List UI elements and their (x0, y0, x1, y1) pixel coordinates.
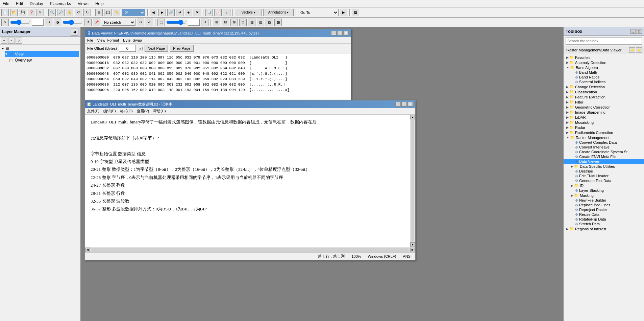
np-menu-format[interactable]: 格式(O) (120, 109, 133, 114)
data-viewer-close-btn[interactable]: ✕ (343, 31, 349, 36)
next-page-btn[interactable]: Next Page (145, 45, 168, 52)
tool6-btn[interactable]: ▧ (257, 19, 264, 26)
opacity-value[interactable]: 50 (188, 19, 200, 26)
np-menu-edit[interactable]: 编辑(E) (103, 109, 116, 114)
notepad-titlebar[interactable]: 📝 Landsat8_OLI_multi_binary数据说明.txt - 记事… (85, 100, 415, 108)
rotate-right-btn[interactable]: ↻ (83, 9, 91, 16)
contrast-slider[interactable] (63, 20, 83, 25)
zoom-fit-btn[interactable]: ⊞ (95, 9, 103, 16)
tool2-btn[interactable]: ⊟ (222, 19, 229, 26)
new-file-btn[interactable]: 📄 (1, 9, 9, 16)
layer-add-btn[interactable]: + (1, 38, 7, 44)
toolbox-tree-item-idl[interactable]: ▶📁IDL (564, 183, 644, 188)
hscroll-track[interactable] (91, 248, 409, 252)
profile-btn[interactable]: 📈 (214, 9, 222, 16)
notepad-content[interactable]: Landsat8_OLI_multi_binary存储了一幅封装式遥感图像，该数… (85, 115, 410, 247)
toolbox-tree-item-data-viewer[interactable]: ⚙Data Viewer (564, 159, 644, 164)
tool5-btn[interactable]: ▦ (248, 19, 255, 26)
toolbox-path-up-btn[interactable]: ⭐ (629, 47, 635, 53)
toolbox-tree-item-regions-of-interest[interactable]: ▶📁Regions of Interest (564, 226, 644, 231)
toolbox-tree-item-feature-extraction[interactable]: ▶📁Feature Extraction (564, 94, 644, 99)
refresh2-btn[interactable]: ↺ (84, 19, 92, 26)
menu-help[interactable]: Help (94, 1, 105, 7)
toolbox-tree-item-anomaly-detection[interactable]: ▶📁Anomaly Detection (564, 60, 644, 65)
brightness-value[interactable]: 20 (32, 19, 44, 26)
toolbox-tree-item-radar[interactable]: ▶📁Radar (564, 125, 644, 130)
toolbox-path-star-btn[interactable]: ⭐ (636, 47, 642, 53)
toolbox-tree-item-band-algebra[interactable]: ▼📁Band Algebra (564, 65, 644, 70)
spectrum-btn[interactable]: 📊 (205, 9, 213, 16)
toolbox-tree-item-spectral-indices[interactable]: ⚙Spectral Indices (564, 79, 644, 84)
tool4-btn[interactable]: ⊡ (239, 19, 247, 26)
hscroll-left-btn[interactable]: ◀ (85, 248, 90, 252)
rotate-left-btn[interactable]: ↺ (75, 9, 82, 16)
link-btn[interactable]: 🔗 (167, 9, 175, 16)
data-viewer-maximize-btn[interactable]: □ (337, 31, 343, 36)
toolbox-tree-item-generate-test-data[interactable]: ⚙Generate Test Data (564, 178, 644, 183)
vscroll-track[interactable] (411, 120, 414, 242)
toolbox-tree-item-replace-bad-lines[interactable]: ⚙Replace Bad Lines (564, 203, 644, 207)
menu-edit[interactable]: Edit (15, 1, 24, 7)
np-menu-file[interactable]: 文件(F) (87, 109, 99, 114)
toolbox-tree-item-reproject-raster[interactable]: ⚙Reproject Raster (564, 207, 644, 212)
pin-btn[interactable]: 📌 (93, 19, 100, 26)
cursor-btn[interactable]: ↖ (36, 9, 44, 16)
refresh1-btn[interactable]: ↺ (45, 19, 52, 26)
toolbox-tree-item-masking[interactable]: ▶📁Masking (564, 193, 644, 198)
toolbox-tree-item-favorites[interactable]: ▶📁Favorites (564, 55, 644, 60)
tool3-btn[interactable]: ⊠ (230, 19, 238, 26)
prev-view-btn[interactable]: ◀ (150, 9, 157, 16)
tool8-btn[interactable]: ▩ (274, 19, 282, 26)
stretch-apply-btn[interactable]: ✔ (146, 19, 153, 26)
mark-btn[interactable]: ◈ (185, 9, 192, 16)
toolbox-tree-item-edit-envi-header[interactable]: ⚙Edit ENVI Header (564, 174, 644, 178)
layer-root-collapse[interactable]: ▼ (1, 47, 4, 50)
zoom-in-btn[interactable]: 🔍 (48, 9, 56, 16)
data-viewer-titlebar[interactable]: 🗄 Data Viewer: F:\ENVI5.3\RemoteSensing\… (85, 29, 351, 37)
layer-tree-view[interactable]: ▼ 🗗 View (5, 51, 79, 57)
open-file-btn[interactable]: 📂 (10, 9, 18, 16)
toolbox-tree-item-radiometric-correction[interactable]: ▶📁Radiometric Correction (564, 130, 644, 135)
hscroll-right-btn[interactable]: ▶ (410, 248, 415, 252)
zoom-out-btn[interactable]: 🔎 (57, 9, 65, 16)
toolbox-tree-item-convert-complex-data[interactable]: ⚙Convert Complex Data (564, 140, 644, 145)
offset-spinner-up[interactable]: ▲ (138, 47, 143, 50)
layer-expand-btn[interactable]: ▷ (16, 38, 22, 44)
toolbox-tree-item-data-specific-utilities[interactable]: ▶📁Data-Specific Utilities (564, 164, 644, 169)
layer-tree-overview[interactable]: 📋 Overview (9, 57, 79, 63)
zoom-dropdown[interactable]: 0° (122, 9, 145, 16)
toolbox-minimize-btn[interactable]: _ (630, 29, 636, 34)
menu-file[interactable]: File (1, 1, 10, 7)
refresh3-btn[interactable]: ↺ (137, 19, 144, 26)
toolbox-tree-item-change-detection[interactable]: ▶📁Change Detection (564, 84, 644, 89)
notepad-minimize-btn[interactable]: _ (395, 102, 401, 107)
toolbox-tree-item-band-math[interactable]: ⚙Band Math (564, 70, 644, 75)
toolbox-tree-item-raster-management[interactable]: ▼📁Raster Management (564, 135, 644, 140)
vscroll-down-btn[interactable]: ▼ (410, 242, 415, 247)
offset-input[interactable] (119, 45, 136, 52)
tool1-btn[interactable]: ⊞ (213, 19, 220, 26)
goto-execute-btn[interactable]: ▶ (340, 9, 347, 16)
toolbox-tree-item-geometric-correction[interactable]: ▶📁Geometric Correction (564, 105, 644, 110)
dv-menu-file[interactable]: File (87, 38, 93, 42)
toolbox-tree-item-new-file-builder[interactable]: ⚙New File Builder (564, 198, 644, 203)
menu-views[interactable]: Views (76, 1, 90, 7)
toolbox-tree-item-destripe[interactable]: ⚙Destripe (564, 169, 644, 174)
goto-select[interactable]: Go To (298, 9, 339, 16)
sync-btn[interactable]: ⇄ (176, 9, 183, 16)
toolbox-tree-item-resize-data[interactable]: ⚙Resize Data (564, 212, 644, 217)
notepad-close-btn[interactable]: ✕ (407, 102, 413, 107)
np-menu-help[interactable]: 帮助(H) (153, 109, 166, 114)
toolbox-tree-item-mosaicking[interactable]: ▶📁Mosaicking (564, 120, 644, 125)
toolbox-tree-item-rotate-flip-data[interactable]: ⚙Rotate/Flip Data (564, 217, 644, 222)
chip-btn[interactable]: 🖼 (352, 9, 359, 16)
pan-btn[interactable]: ✋ (66, 9, 73, 16)
zoom-100-btn[interactable]: 1:1 (104, 9, 112, 16)
toolbox-tree-item-lidar[interactable]: ▶📁LiDAR (564, 115, 644, 120)
scatterplot-btn[interactable]: ⬦ (223, 9, 230, 16)
data-viewer-minimize-btn[interactable]: _ (331, 31, 337, 36)
layer-manager-collapse-btn[interactable]: ◀ (71, 28, 78, 36)
menu-display[interactable]: Display (28, 1, 44, 7)
toolbox-tree-item-filter[interactable]: ▶📁Filter (564, 99, 644, 105)
dv-menu-byte-swap[interactable]: Byte_Swap (123, 38, 142, 42)
